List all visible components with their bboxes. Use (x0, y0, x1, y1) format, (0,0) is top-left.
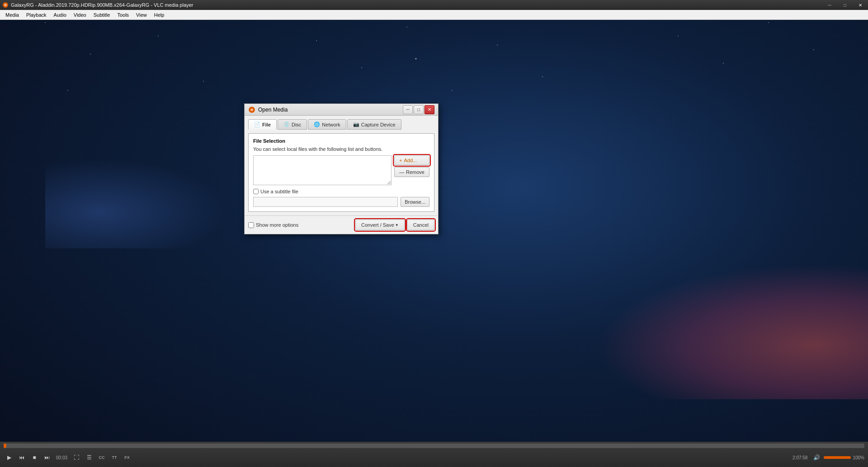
dialog-titlebar: Open Media ─ □ ✕ (245, 104, 438, 116)
network-tab-icon: 🌐 (314, 121, 320, 127)
tab-capture-label: Capture Device (361, 122, 396, 127)
show-more-label: Show more options (256, 222, 298, 228)
teletext-button[interactable]: TT (109, 452, 120, 463)
subtitle-row: Use a subtitle file (253, 189, 429, 194)
subtitle-input-row: Browse... (253, 197, 429, 207)
menu-video[interactable]: Video (70, 10, 90, 19)
dialog-body: 📄 File 💿 Disc 🌐 Network 📷 Capture Device (245, 116, 438, 215)
tab-capture[interactable]: 📷 Capture Device (347, 119, 401, 130)
next-button[interactable]: ⏭ (42, 452, 52, 463)
dialog-maximize-button[interactable]: □ (414, 105, 424, 114)
svg-point-1 (4, 4, 7, 6)
dialog-close-button[interactable]: ✕ (425, 105, 434, 114)
svg-point-3 (250, 108, 253, 111)
tab-file-label: File (262, 122, 271, 127)
extended-settings-button[interactable]: ☰ (84, 452, 94, 463)
add-button-label: Add... (404, 158, 417, 163)
add-button[interactable]: + Add... (394, 155, 429, 165)
remove-button[interactable]: — Remove (394, 167, 429, 177)
volume-label: 100% (853, 455, 864, 460)
menu-view[interactable]: View (132, 10, 151, 19)
menubar: Media Playback Audio Video Subtitle Tool… (0, 10, 868, 20)
dialog-footer: Show more options Convert / Save ▼ Cance… (245, 215, 438, 234)
play-button[interactable]: ▶ (4, 452, 14, 463)
disc-tab-icon: 💿 (283, 121, 290, 127)
cancel-button[interactable]: Cancel (407, 219, 434, 230)
menu-tools[interactable]: Tools (113, 10, 132, 19)
subtitle-checkbox-label: Use a subtitle file (260, 189, 298, 194)
time-current: 00:03 (56, 455, 67, 460)
menu-playback[interactable]: Playback (23, 10, 50, 19)
browse-button[interactable]: Browse... (401, 197, 429, 207)
volume-slider[interactable] (824, 456, 851, 459)
titlebar-title: GalaxyRG - Aladdin.2019.720p.HDRip.900MB… (11, 2, 822, 8)
dialog-title: Open Media (258, 107, 403, 113)
bottombar: ▶ ⏮ ■ ⏭ 00:03 ⛶ ☰ CC TT FX 2:07:58 🔊 100… (0, 442, 868, 467)
time-total: 2:07:58 (793, 455, 807, 460)
menu-subtitle[interactable]: Subtitle (90, 10, 114, 19)
minimize-button[interactable]: ─ (822, 0, 837, 10)
progress-fill (4, 444, 6, 448)
show-more-checkbox[interactable] (248, 222, 254, 228)
prev-button[interactable]: ⏮ (16, 452, 27, 463)
file-tab-icon: 📄 (254, 121, 260, 127)
remove-button-label: Remove (406, 169, 425, 175)
file-area: + Add... — Remove (253, 155, 429, 185)
maximize-button[interactable]: □ (837, 0, 853, 10)
menu-media[interactable]: Media (2, 10, 23, 19)
titlebar-buttons: ─ □ ✕ (822, 0, 868, 10)
controls-row: ▶ ⏮ ■ ⏭ 00:03 ⛶ ☰ CC TT FX 2:07:58 🔊 100… (0, 448, 868, 467)
file-section-desc: You can select local files with the foll… (253, 146, 429, 152)
stop-button[interactable]: ■ (29, 452, 40, 463)
open-media-dialog: Open Media ─ □ ✕ 📄 File 💿 Disc 🌐 (244, 103, 439, 234)
titlebar: GalaxyRG - Aladdin.2019.720p.HDRip.900MB… (0, 0, 868, 10)
close-button[interactable]: ✕ (853, 0, 868, 10)
convert-save-button[interactable]: Convert / Save ▼ (355, 219, 405, 230)
dialog-titlebar-buttons: ─ □ ✕ (403, 105, 434, 114)
dropdown-arrow-icon: ▼ (395, 223, 399, 227)
volume-area: 🔊 100% (811, 452, 864, 463)
volume-icon[interactable]: 🔊 (811, 452, 822, 463)
file-buttons: + Add... — Remove (394, 155, 429, 185)
show-more-wrapper: Show more options (248, 222, 298, 228)
tab-file[interactable]: 📄 File (248, 119, 277, 130)
tab-network[interactable]: 🌐 Network (308, 119, 346, 130)
tab-network-label: Network (322, 122, 340, 127)
subtitle-checkbox[interactable] (253, 189, 259, 194)
effects-button[interactable]: FX (122, 452, 132, 463)
capture-tab-icon: 📷 (353, 121, 359, 127)
dialog-minimize-button[interactable]: ─ (403, 105, 413, 114)
menu-help[interactable]: Help (151, 10, 168, 19)
file-section-title: File Selection (253, 138, 429, 144)
subtitle-input[interactable] (253, 197, 398, 207)
subtitle-checkbox-wrapper: Use a subtitle file (253, 189, 298, 194)
volume-fill (824, 456, 851, 459)
minus-icon: — (399, 169, 404, 175)
tab-disc-label: Disc (292, 122, 301, 127)
plus-icon: + (399, 158, 402, 163)
progress-bar[interactable] (4, 444, 864, 448)
menu-audio[interactable]: Audio (50, 10, 70, 19)
convert-save-label: Convert / Save (361, 222, 394, 228)
file-tab-content: File Selection You can select local file… (248, 133, 434, 212)
app-icon (2, 1, 9, 9)
file-list[interactable] (253, 155, 392, 185)
dialog-overlay: Open Media ─ □ ✕ 📄 File 💿 Disc 🌐 (0, 20, 868, 442)
subtitle-button[interactable]: CC (96, 452, 107, 463)
dialog-vlc-icon (248, 106, 255, 113)
fullscreen-button[interactable]: ⛶ (71, 452, 82, 463)
tab-disc[interactable]: 💿 Disc (278, 119, 307, 130)
tab-bar: 📄 File 💿 Disc 🌐 Network 📷 Capture Device (248, 119, 434, 130)
